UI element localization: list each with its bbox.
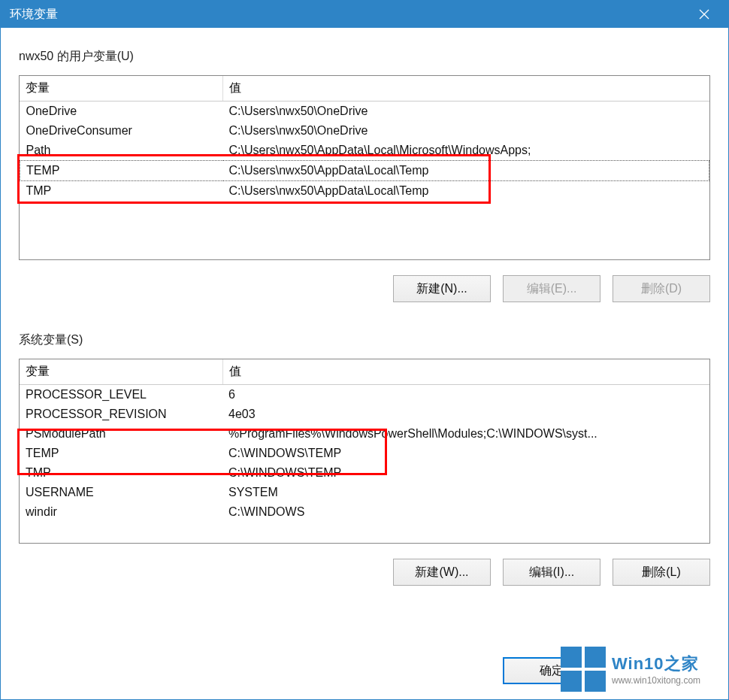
env-variables-dialog: 环境变量 nwx50 的用户变量(U) 变量 值 [0, 0, 729, 700]
system-variables-table[interactable]: 变量 值 PROCESSOR_LEVEL6 PROCESSOR_REVISION… [19, 359, 710, 544]
var-name: windir [20, 502, 222, 522]
var-name: TEMP [20, 161, 223, 181]
var-name: OneDriveConsumer [20, 121, 223, 141]
watermark-url: www.win10xitong.com [612, 675, 700, 686]
system-new-button[interactable]: 新建(W)... [393, 559, 491, 586]
var-name: Path [20, 141, 223, 161]
var-name: PSModulePath [20, 424, 222, 444]
close-icon [699, 9, 709, 20]
sys-col-variable[interactable]: 变量 [20, 359, 222, 385]
var-value: C:\Users\nwx50\AppData\Local\Temp [223, 181, 709, 202]
title-bar: 环境变量 [1, 1, 728, 28]
user-variables-group: nwx50 的用户变量(U) 变量 值 OneDriveC:\Users\nw [19, 49, 710, 302]
system-variables-label: 系统变量(S) [19, 332, 710, 348]
table-row[interactable]: TMPC:\WINDOWS\TEMP [20, 463, 709, 483]
system-variables-group: 系统变量(S) 变量 值 PROCESSOR_LEVEL6 [19, 332, 710, 586]
var-name: PROCESSOR_REVISION [20, 405, 222, 424]
sys-col-value[interactable]: 值 [222, 359, 709, 385]
var-value: C:\Users\nwx50\OneDrive [223, 121, 709, 141]
user-variables-label: nwx50 的用户变量(U) [19, 49, 710, 65]
table-row[interactable]: PSModulePath%ProgramFiles%\WindowsPowerS… [20, 424, 709, 444]
var-value: 4e03 [222, 405, 709, 424]
system-buttons-row: 新建(W)... 编辑(I)... 删除(L) [19, 559, 710, 586]
table-row[interactable]: OneDriveConsumerC:\Users\nwx50\OneDrive [20, 121, 709, 141]
table-row[interactable]: OneDriveC:\Users\nwx50\OneDrive [20, 102, 709, 121]
windows-logo-icon [561, 647, 606, 692]
var-value: C:\WINDOWS\TEMP [222, 444, 709, 463]
table-row[interactable]: windirC:\WINDOWS [20, 502, 709, 522]
user-col-value[interactable]: 值 [222, 76, 709, 102]
var-name: OneDrive [20, 102, 223, 121]
watermark: Win10之家 www.win10xitong.com [561, 643, 726, 695]
table-row[interactable]: PROCESSOR_LEVEL6 [20, 385, 709, 405]
close-button[interactable] [689, 1, 719, 28]
var-value: SYSTEM [222, 483, 709, 502]
user-buttons-row: 新建(N)... 编辑(E)... 删除(D) [19, 275, 710, 302]
window-title: 环境变量 [10, 7, 689, 23]
user-variables-table[interactable]: 变量 值 OneDriveC:\Users\nwx50\OneDrive One… [19, 75, 710, 260]
var-value: C:\WINDOWS [222, 502, 709, 522]
var-value: C:\Users\nwx50\AppData\Local\Temp [223, 161, 709, 181]
user-new-button[interactable]: 新建(N)... [393, 275, 491, 302]
var-value: 6 [222, 385, 709, 405]
var-value: C:\Users\nwx50\OneDrive [223, 102, 709, 121]
user-edit-button[interactable]: 编辑(E)... [503, 275, 600, 302]
table-row[interactable]: USERNAMESYSTEM [20, 483, 709, 502]
watermark-title: Win10之家 [612, 653, 700, 675]
var-value: C:\WINDOWS\TEMP [222, 463, 709, 483]
var-name: USERNAME [20, 483, 222, 502]
var-name: TMP [20, 181, 223, 202]
table-row[interactable]: TEMPC:\Users\nwx50\AppData\Local\Temp [20, 161, 709, 181]
system-edit-button[interactable]: 编辑(I)... [503, 559, 600, 586]
user-delete-button[interactable]: 删除(D) [613, 275, 710, 302]
table-row[interactable]: TEMPC:\WINDOWS\TEMP [20, 444, 709, 463]
var-name: TMP [20, 463, 222, 483]
dialog-body: nwx50 的用户变量(U) 变量 值 OneDriveC:\Users\nw [1, 28, 728, 657]
table-row[interactable]: PROCESSOR_REVISION4e03 [20, 405, 709, 424]
system-delete-button[interactable]: 删除(L) [613, 559, 710, 586]
var-value: %ProgramFiles%\WindowsPowerShell\Modules… [222, 424, 709, 444]
user-col-variable[interactable]: 变量 [20, 76, 222, 102]
table-row[interactable]: PathC:\Users\nwx50\AppData\Local\Microso… [20, 141, 709, 161]
var-value: C:\Users\nwx50\AppData\Local\Microsoft\W… [223, 141, 709, 161]
var-name: TEMP [20, 444, 222, 463]
var-name: PROCESSOR_LEVEL [20, 385, 222, 405]
table-row[interactable]: TMPC:\Users\nwx50\AppData\Local\Temp [20, 181, 709, 202]
